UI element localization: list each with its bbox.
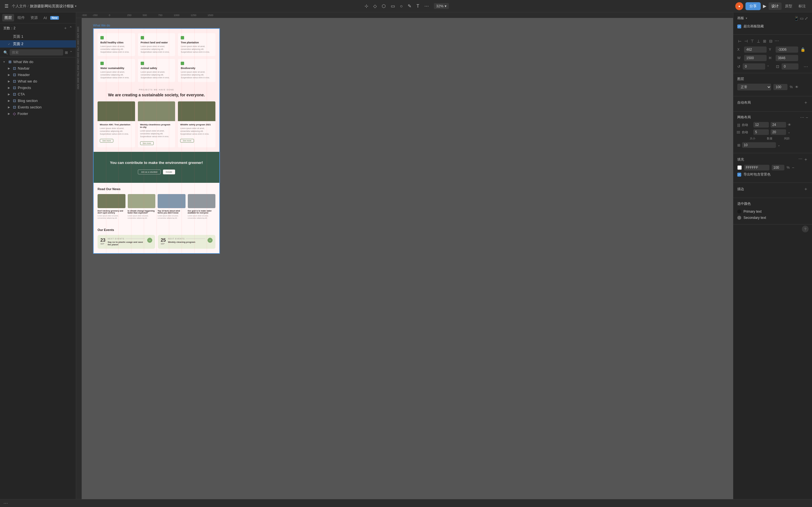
layer-what-we-do-inner[interactable]: ▶ ⊡ What we do — [0, 78, 76, 84]
layer-header-label: Header — [18, 73, 30, 77]
fill-remove-icon[interactable]: − — [792, 165, 794, 170]
add-page-icon[interactable]: ＋ — [63, 25, 67, 31]
align-more-icon[interactable]: ⋯ — [774, 38, 779, 44]
auto-layout-add-icon[interactable]: ＋ — [804, 100, 808, 106]
layer-mode-select[interactable]: 正常 — [737, 83, 771, 91]
x-input[interactable] — [744, 47, 767, 53]
layer-navbar[interactable]: ▶ ⊡ Navbar — [0, 65, 76, 71]
rotate-input[interactable] — [743, 63, 765, 69]
overflow-checkbox[interactable]: ✓ — [737, 24, 741, 29]
export-bg-checkbox[interactable]: ✓ — [737, 173, 741, 177]
event-date-1: 23 SEP — [100, 238, 105, 245]
collapse-icon[interactable]: ⌃ — [69, 25, 72, 31]
align-top-icon[interactable]: ⊥ — [756, 38, 761, 44]
align-center-v-icon[interactable]: ⊞ — [762, 38, 767, 44]
fill-add-icon[interactable]: ＋ — [804, 157, 808, 163]
layer-cta[interactable]: ▶ ⊡ CTA — [0, 91, 76, 98]
grid-rows-count-input[interactable] — [753, 129, 769, 135]
tab-annotate[interactable]: 标注 — [796, 3, 809, 10]
project-btn-2[interactable]: See more — [140, 142, 154, 145]
zoom-control[interactable]: 32% ▾ — [434, 3, 449, 9]
corner-radius-icon[interactable]: ⊡ — [776, 64, 779, 69]
grid-rows-gap-input[interactable] — [770, 129, 786, 135]
stroke-add-icon[interactable]: ＋ — [804, 186, 808, 192]
canvas-expand-icon[interactable]: ⤢ — [805, 16, 808, 20]
project-btn-3[interactable]: See more — [180, 139, 194, 143]
share-button[interactable]: 分享 — [746, 2, 761, 10]
tool-frame[interactable]: ◇ — [371, 2, 378, 10]
tool-more[interactable]: ⋯ — [423, 2, 430, 10]
secondary-text-item: Secondary text — [737, 215, 808, 221]
canvas-type-dropdown-icon[interactable]: ▾ — [746, 17, 747, 20]
fill-settings-icon[interactable]: ⋯ — [799, 157, 802, 163]
canvas-tablet-icon[interactable]: ▭ — [800, 16, 804, 20]
w-input[interactable] — [744, 55, 767, 61]
more-options-icon[interactable]: ⋯ — [804, 64, 808, 69]
menu-icon[interactable]: ☰ — [3, 2, 10, 10]
fill-color-input[interactable] — [744, 165, 769, 170]
layer-events-section[interactable]: ▶ ⊡ Events section — [0, 104, 76, 110]
project-btn-1[interactable]: See more — [100, 139, 113, 143]
canvas-type-label: 画板 — [737, 16, 744, 20]
tool-text[interactable]: T — [415, 3, 421, 10]
help-button[interactable]: ? — [802, 226, 809, 232]
event-minus-2[interactable]: − — [207, 238, 213, 243]
play-button[interactable]: ▶ — [763, 3, 766, 9]
user-avatar[interactable]: ● — [735, 2, 743, 10]
corner-input[interactable] — [781, 63, 799, 69]
layer-header[interactable]: ▶ ⊡ Header — [0, 71, 76, 78]
grid-cols-gap-input[interactable] — [770, 122, 786, 128]
y-input[interactable] — [776, 47, 798, 53]
align-center-h-icon[interactable]: ⊣ — [744, 38, 749, 44]
grid-val-input[interactable] — [742, 142, 776, 148]
grid-cols-eye-icon[interactable]: 👁 — [788, 123, 791, 127]
tab-design[interactable]: 设计 — [769, 3, 781, 10]
tab-layers[interactable]: 图层 — [2, 14, 14, 21]
page-2-item[interactable]: ✓ 页面 2 — [0, 40, 76, 48]
canvas-viewport[interactable]: What We do — [82, 18, 733, 499]
grid-cols-count-input[interactable] — [753, 122, 769, 128]
layer-opacity-input[interactable] — [773, 84, 788, 90]
grid-remove-icon[interactable]: − — [806, 115, 808, 120]
h-input[interactable] — [776, 55, 798, 61]
fill-opacity-input[interactable] — [772, 165, 784, 170]
search-input[interactable] — [10, 49, 63, 55]
cta-btn-donate[interactable]: Donate — [163, 170, 175, 174]
tool-component[interactable]: ⬡ — [380, 2, 388, 10]
align-bottom-icon[interactable]: ⊟ — [768, 38, 773, 44]
tab-prototype[interactable]: 原型 — [782, 3, 795, 10]
breadcrumb-current[interactable]: 旅游摄影网站页面设计模版 — [30, 4, 74, 9]
canvas-phone-icon[interactable]: 📱 — [794, 16, 799, 20]
tool-rect[interactable]: ▭ — [389, 2, 397, 10]
align-right-icon[interactable]: ⊤ — [750, 38, 755, 44]
layer-visibility-icon[interactable]: 👁 — [795, 85, 799, 89]
event-minus-1[interactable]: − — [147, 238, 152, 243]
tab-assets[interactable]: 资源 — [28, 14, 40, 21]
layer-footer[interactable]: ▶ ◇ Footer — [0, 110, 76, 117]
grid-settings-icon[interactable]: ⋯ — [800, 115, 804, 120]
align-left-icon[interactable]: ⊢ — [737, 38, 742, 44]
breadcrumb-dropdown-icon[interactable]: ▾ — [75, 4, 77, 8]
tool-move[interactable]: ⊹ — [363, 2, 370, 10]
wwdo-card-6: Biodiversity Lorem ipsum dolor sit amet,… — [178, 59, 215, 82]
layer-blog-section[interactable]: ▶ ⊡ Blog section — [0, 98, 76, 104]
tool-pen[interactable]: ✎ — [406, 2, 413, 10]
cta-buttons: Join as a volunteer Donate — [98, 170, 215, 174]
page-1-item[interactable]: 页面 1 — [0, 33, 76, 40]
search-options-icon[interactable]: ⌃ — [70, 50, 72, 54]
layer-section-title: 图层 — [737, 76, 744, 81]
fill-color-swatch[interactable] — [737, 165, 742, 170]
grid-val-more-icon[interactable]: ⌄ — [777, 144, 780, 147]
lock-icon[interactable]: 🔒 — [801, 47, 805, 52]
bottom-dots-icon[interactable]: ⋯ — [3, 501, 8, 506]
grid-rows-more-icon[interactable]: ⌄ — [788, 130, 790, 134]
cta-btn-volunteer[interactable]: Join as a volunteer — [138, 170, 161, 174]
tab-ai[interactable]: AI — [41, 15, 49, 21]
layer-what-we-do[interactable]: ▾ ⊞ What We do — [0, 59, 76, 65]
layer-projects[interactable]: ▶ ⊡ Projects — [0, 84, 76, 91]
project-content-1: Mission 40K: Tree plantation Lorem ipsum… — [98, 121, 135, 145]
breadcrumb-root[interactable]: 个人文件 — [12, 4, 27, 9]
tab-components[interactable]: 组件 — [15, 14, 27, 21]
tool-ellipse[interactable]: ○ — [398, 3, 405, 10]
filter-icon[interactable]: ⊞ — [65, 50, 68, 55]
